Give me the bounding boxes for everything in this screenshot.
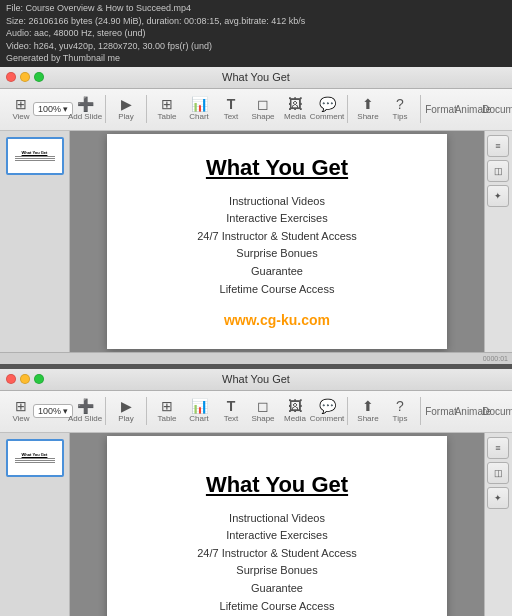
view-button-2[interactable]: ⊞ View [6, 397, 36, 425]
slide-heading-1: What You Get [206, 155, 348, 181]
right-panel-btn-5[interactable]: ◫ [487, 462, 509, 484]
slide-canvas-2[interactable]: What You Get Instructional Videos Intera… [107, 436, 447, 616]
window-title-2: What You Get [222, 373, 290, 385]
document-button-1[interactable]: Document [490, 101, 512, 117]
tips-button-1[interactable]: ? Tips [385, 95, 415, 123]
minimize-button-2[interactable] [20, 374, 30, 384]
slide-item-1-2: Interactive Exercises [197, 210, 357, 228]
chart-icon: 📊 [191, 97, 208, 111]
add-slide-button-1[interactable]: ➕ Add Slide [70, 95, 100, 123]
file-info-line4: Video: h264, yuv420p, 1280x720, 30.00 fp… [6, 40, 506, 53]
media-button-2[interactable]: 🖼 Media [280, 397, 310, 425]
slide-item-2-3: 24/7 Instructor & Student Access [197, 545, 357, 563]
slide-body-2: Instructional Videos Interactive Exercis… [197, 510, 357, 616]
file-info-line1: File: Course Overview & How to Succeed.m… [6, 2, 506, 15]
shape-button-2[interactable]: ◻ Shape [248, 397, 278, 425]
separator-8 [420, 397, 421, 425]
comment-button-1[interactable]: 💬 Comment [312, 95, 342, 123]
right-panel-2: ≡ ◫ ✦ [484, 433, 512, 616]
zoom-value-2: 100% [38, 406, 61, 416]
media-button-1[interactable]: 🖼 Media [280, 95, 310, 123]
chart-icon-2: 📊 [191, 399, 208, 413]
keynote-content-2: What You Get What You Get Instructional … [0, 433, 512, 616]
toolbar-2: ⊞ View 100% ▾ ➕ Add Slide ▶ Play ⊞ T [0, 391, 512, 433]
right-panel-btn-1[interactable]: ≡ [487, 135, 509, 157]
play-button-2[interactable]: ▶ Play [111, 397, 141, 425]
media-icon-2: 🖼 [288, 399, 302, 413]
right-panel-btn-6[interactable]: ✦ [487, 487, 509, 509]
play-button-1[interactable]: ▶ Play [111, 95, 141, 123]
right-panel-btn-4[interactable]: ≡ [487, 437, 509, 459]
chart-button-1[interactable]: 📊 Chart [184, 95, 214, 123]
play-icon: ▶ [121, 97, 132, 111]
title-bar-buttons-2 [6, 374, 44, 384]
zoom-group-2[interactable]: 100% ▾ [38, 402, 68, 420]
text-button-2[interactable]: T Text [216, 397, 246, 425]
shape-icon-2: ◻ [257, 399, 269, 413]
separator-6 [146, 397, 147, 425]
maximize-button-2[interactable] [34, 374, 44, 384]
title-bar-1: What You Get [0, 67, 512, 89]
slide-item-2-6: Lifetime Course Access [197, 598, 357, 616]
maximize-button-1[interactable] [34, 72, 44, 82]
table-button-2[interactable]: ⊞ Table [152, 397, 182, 425]
share-button-1[interactable]: ⬆ Share [353, 95, 383, 123]
slide-canvas-1[interactable]: What You Get Instructional Videos Intera… [107, 134, 447, 349]
zoom-group-1[interactable]: 100% ▾ [38, 100, 68, 118]
keynote-window-2: What You Get ⊞ View 100% ▾ ➕ Add Slide ▶… [0, 369, 512, 616]
comment-icon: 💬 [319, 97, 336, 111]
shape-button-1[interactable]: ◻ Shape [248, 95, 278, 123]
add-slide-button-2[interactable]: ➕ Add Slide [70, 397, 100, 425]
toolbar-1: ⊞ View 100% ▾ ➕ Add Slide ▶ Play [0, 89, 512, 131]
comment-button-2[interactable]: 💬 Comment [312, 397, 342, 425]
slide-item-2-1: Instructional Videos [197, 510, 357, 528]
slide-panel-2: What You Get [0, 433, 70, 616]
media-icon: 🖼 [288, 97, 302, 111]
close-button-2[interactable] [6, 374, 16, 384]
minimize-button-1[interactable] [20, 72, 30, 82]
window-title-1: What You Get [222, 71, 290, 83]
table-button-1[interactable]: ⊞ Table [152, 95, 182, 123]
screen-area: File: Course Overview & How to Succeed.m… [0, 0, 512, 616]
slide-item-2-5: Guarantee [197, 580, 357, 598]
file-info-line3: Audio: aac, 48000 Hz, stereo (und) [6, 27, 506, 40]
tips-icon-2: ? [396, 399, 404, 413]
separator-1 [105, 95, 106, 123]
slide-item-2-4: Surprise Bonues [197, 562, 357, 580]
format-button-1[interactable]: Format [426, 101, 456, 117]
table-icon-2: ⊞ [161, 399, 173, 413]
tips-button-2[interactable]: ? Tips [385, 397, 415, 425]
zoom-value-1: 100% [38, 104, 61, 114]
right-panel-1: ≡ ◫ ✦ [484, 131, 512, 352]
play-icon-2: ▶ [121, 399, 132, 413]
close-button-1[interactable] [6, 72, 16, 82]
separator-5 [105, 397, 106, 425]
chart-button-2[interactable]: 📊 Chart [184, 397, 214, 425]
file-info-line2: Size: 26106166 bytes (24.90 MiB), durati… [6, 15, 506, 28]
slide-thumb-1[interactable]: What You Get [6, 137, 64, 175]
title-bar-buttons-1 [6, 72, 44, 82]
title-bar-2: What You Get [0, 369, 512, 391]
separator-7 [347, 397, 348, 425]
add-slide-icon: ➕ [77, 97, 94, 111]
slide-main-1: What You Get Instructional Videos Intera… [70, 131, 484, 352]
comment-icon-2: 💬 [319, 399, 336, 413]
text-icon: T [227, 97, 236, 111]
share-button-2[interactable]: ⬆ Share [353, 397, 383, 425]
slide-item-1-3: 24/7 Instructor & Student Access [197, 228, 357, 246]
text-button-1[interactable]: T Text [216, 95, 246, 123]
slide-item-1-6: Lifetime Course Access [197, 281, 357, 299]
slide-body-1: Instructional Videos Interactive Exercis… [197, 193, 357, 299]
right-panel-btn-3[interactable]: ✦ [487, 185, 509, 207]
keynote-window-1: What You Get ⊞ View 100% ▾ ➕ Add Slide [0, 67, 512, 365]
slide-item-1-4: Surprise Bonues [197, 245, 357, 263]
slide-main-2: What You Get Instructional Videos Intera… [70, 433, 484, 616]
slide-item-2-2: Interactive Exercises [197, 527, 357, 545]
slide-thumb-2[interactable]: What You Get [6, 439, 64, 477]
format-button-2[interactable]: Format [426, 403, 456, 419]
right-panel-btn-2[interactable]: ◫ [487, 160, 509, 182]
separator-4 [420, 95, 421, 123]
view-button-1[interactable]: ⊞ View [6, 95, 36, 123]
document-button-2[interactable]: Document [490, 403, 512, 419]
view-icon: ⊞ [15, 97, 27, 111]
